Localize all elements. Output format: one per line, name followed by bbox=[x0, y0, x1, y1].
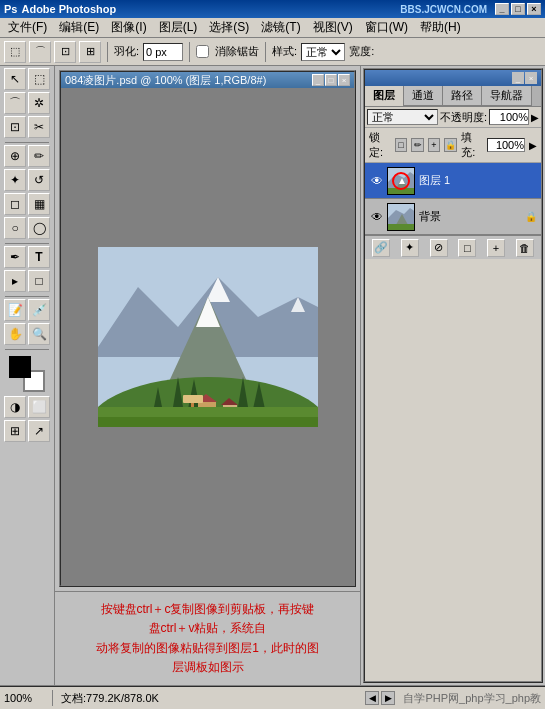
layer-vis-bg[interactable]: 👁 bbox=[369, 209, 385, 225]
layer-item-1[interactable]: 👁 图层 1 bbox=[365, 163, 541, 199]
layers-panel-title: _ × bbox=[365, 70, 541, 86]
lock-position[interactable]: + bbox=[428, 138, 440, 152]
hand-tool[interactable]: ✋ bbox=[4, 323, 26, 345]
layer-lock-bg: 🔒 bbox=[525, 211, 537, 222]
menu-help[interactable]: 帮助(H) bbox=[414, 17, 467, 38]
history-brush[interactable]: ↺ bbox=[28, 169, 50, 191]
zoom-tool[interactable]: 🔍 bbox=[28, 323, 50, 345]
panel-title-controls: _ × bbox=[512, 72, 537, 84]
doc-minimize[interactable]: _ bbox=[312, 74, 324, 86]
toolbar: ⬚ ⌒ ⊡ ⊞ 羽化: 消除锯齿 样式: 正常 宽度: bbox=[0, 38, 545, 66]
new-layer-btn[interactable]: + bbox=[487, 239, 505, 257]
status-prev[interactable]: ◀ bbox=[365, 691, 379, 705]
toolbar-lasso-btn[interactable]: ⌒ bbox=[29, 41, 51, 63]
eraser-tool[interactable]: ◻ bbox=[4, 193, 26, 215]
menu-image[interactable]: 图像(I) bbox=[105, 17, 152, 38]
layer-thumb-1 bbox=[387, 167, 415, 195]
doc-info: 文档:779.2K/878.0K bbox=[61, 691, 357, 706]
menu-select[interactable]: 选择(S) bbox=[203, 17, 255, 38]
minimize-button[interactable]: _ bbox=[495, 3, 509, 15]
fill-label: 填充: bbox=[461, 130, 483, 160]
screen-mode-btn[interactable]: ⬜ bbox=[28, 396, 50, 418]
dodge-tool[interactable]: ◯ bbox=[28, 217, 50, 239]
close-button[interactable]: × bbox=[527, 3, 541, 15]
new-group-btn[interactable]: □ bbox=[458, 239, 476, 257]
app-title: Adobe Photoshop bbox=[21, 3, 116, 15]
fill-input[interactable] bbox=[487, 138, 525, 152]
menu-layer[interactable]: 图层(L) bbox=[153, 17, 204, 38]
gradient-tool[interactable]: ▦ bbox=[28, 193, 50, 215]
tab-channels[interactable]: 通道 bbox=[404, 86, 443, 106]
jump-btn[interactable]: ↗ bbox=[28, 420, 50, 442]
tool-row-3: ⊡ ✂ bbox=[4, 116, 50, 138]
watermark-title: BBS.JCWCN.COM bbox=[400, 4, 487, 15]
tool-row-5: ✦ ↺ bbox=[4, 169, 50, 191]
notes-tool[interactable]: 📝 bbox=[4, 299, 26, 321]
menu-filter[interactable]: 滤镜(T) bbox=[255, 17, 306, 38]
marquee-tool[interactable]: ⬚ bbox=[28, 68, 50, 90]
menu-edit[interactable]: 编辑(E) bbox=[53, 17, 105, 38]
doc-title-bar: 084凌图片.psd @ 100% (图层 1,RGB/8#) _ □ × bbox=[61, 72, 354, 88]
canvas-area: 084凌图片.psd @ 100% (图层 1,RGB/8#) _ □ × bbox=[55, 66, 360, 685]
feather-input[interactable] bbox=[143, 43, 183, 61]
layer-lock-row: 锁定: □ ✏ + 🔒 填充: ▶ bbox=[365, 128, 541, 163]
toolbar-snap-btn[interactable]: ⊞ bbox=[79, 41, 101, 63]
move-tool[interactable]: ↖ bbox=[4, 68, 26, 90]
opacity-input[interactable] bbox=[489, 109, 529, 125]
right-panel: _ × 图层 通道 路径 导航器 正常 不透明度: ▶ bbox=[360, 66, 545, 685]
lock-image[interactable]: ✏ bbox=[411, 138, 423, 152]
link-layers-btn[interactable]: 🔗 bbox=[372, 239, 390, 257]
clone-tool[interactable]: ✦ bbox=[4, 169, 26, 191]
blur-tool[interactable]: ○ bbox=[4, 217, 26, 239]
slice-tool[interactable]: ✂ bbox=[28, 116, 50, 138]
tab-paths[interactable]: 路径 bbox=[443, 86, 482, 106]
color-box-area bbox=[9, 356, 45, 392]
pen-tool[interactable]: ✒ bbox=[4, 246, 26, 268]
lock-all[interactable]: 🔒 bbox=[444, 138, 457, 152]
doc-restore[interactable]: □ bbox=[325, 74, 337, 86]
fill-arrow[interactable]: ▶ bbox=[529, 140, 537, 151]
delete-layer-btn[interactable]: 🗑 bbox=[516, 239, 534, 257]
lasso-tool[interactable]: ⌒ bbox=[4, 92, 26, 114]
zoom-level: 100% bbox=[4, 692, 44, 704]
tool-sep-3 bbox=[5, 296, 49, 297]
tool-row-6: ◻ ▦ bbox=[4, 193, 50, 215]
tool-sep-2 bbox=[5, 243, 49, 244]
eyedropper-tool[interactable]: 💉 bbox=[28, 299, 50, 321]
path-select-tool[interactable]: ▸ bbox=[4, 270, 26, 292]
layer-vis-1[interactable]: 👁 bbox=[369, 173, 385, 189]
menu-window[interactable]: 窗口(W) bbox=[359, 17, 414, 38]
panel-minimize[interactable]: _ bbox=[512, 72, 524, 84]
foreground-color-box[interactable] bbox=[9, 356, 31, 378]
shape-tool[interactable]: □ bbox=[28, 270, 50, 292]
layer-name-1: 图层 1 bbox=[419, 173, 537, 188]
panel-close[interactable]: × bbox=[525, 72, 537, 84]
restore-button[interactable]: □ bbox=[511, 3, 525, 15]
crop-tool[interactable]: ⊡ bbox=[4, 116, 26, 138]
toolbar-marquee-btn[interactable]: ⬚ bbox=[4, 41, 26, 63]
healing-tool[interactable]: ⊕ bbox=[4, 145, 26, 167]
quick-mask-btn[interactable]: ◑ bbox=[4, 396, 26, 418]
add-style-btn[interactable]: ✦ bbox=[401, 239, 419, 257]
lock-transparency[interactable]: □ bbox=[395, 138, 407, 152]
add-mask-btn[interactable]: ⊘ bbox=[430, 239, 448, 257]
antialias-checkbox[interactable] bbox=[196, 45, 209, 58]
toolbar-options-btn[interactable]: ⊡ bbox=[54, 41, 76, 63]
imagemap-btn[interactable]: ⊞ bbox=[4, 420, 26, 442]
menu-file[interactable]: 文件(F) bbox=[2, 17, 53, 38]
status-next[interactable]: ▶ bbox=[381, 691, 395, 705]
info-line1: 按键盘ctrl＋c复制图像到剪贴板，再按键盘ctrl＋v粘贴，系统自 bbox=[95, 600, 320, 638]
layer-thumb-bg bbox=[387, 203, 415, 231]
menu-view[interactable]: 视图(V) bbox=[307, 17, 359, 38]
magic-wand-tool[interactable]: ✲ bbox=[28, 92, 50, 114]
doc-close[interactable]: × bbox=[338, 74, 350, 86]
tab-navigator[interactable]: 导航器 bbox=[482, 86, 532, 106]
type-tool[interactable]: T bbox=[28, 246, 50, 268]
tab-layers[interactable]: 图层 bbox=[365, 86, 404, 106]
brush-tool[interactable]: ✏ bbox=[28, 145, 50, 167]
layer-item-bg[interactable]: 👁 背景 🔒 bbox=[365, 199, 541, 235]
opacity-arrow[interactable]: ▶ bbox=[531, 112, 539, 123]
blend-mode-select[interactable]: 正常 bbox=[367, 109, 438, 125]
layer-panel-bottom: 🔗 ✦ ⊘ □ + 🗑 bbox=[365, 235, 541, 259]
style-select[interactable]: 正常 bbox=[301, 43, 345, 61]
